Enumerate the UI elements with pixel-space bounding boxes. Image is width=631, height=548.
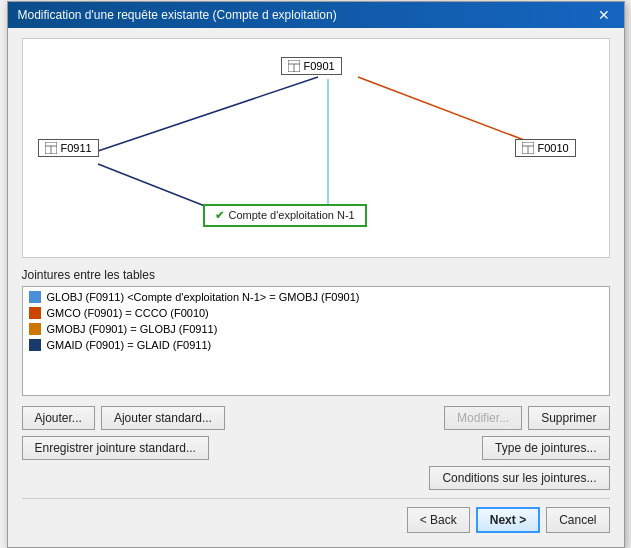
conditions-button[interactable]: Conditions sur les jointures... [429, 466, 609, 490]
table-f0911-label: F0911 [61, 142, 92, 154]
btn-left-group-1: Ajouter... Ajouter standard... [22, 406, 225, 430]
dialog: Modification d'une requête existante (Co… [7, 1, 625, 548]
svg-line-0 [98, 77, 318, 151]
join-text-3: GMAID (F0901) = GLAID (F0911) [47, 339, 212, 351]
ajouter-standard-button[interactable]: Ajouter standard... [101, 406, 225, 430]
join-color-3 [29, 339, 41, 351]
back-button[interactable]: < Back [407, 507, 470, 533]
join-item-2[interactable]: GMOBJ (F0901) = GLOBJ (F0911) [23, 321, 609, 337]
join-color-1 [29, 307, 41, 319]
btn-right-group-1: Modifier... Supprimer [444, 406, 609, 430]
join-item-1[interactable]: GMCO (F0901) = CCCO (F0010) [23, 305, 609, 321]
join-color-2 [29, 323, 41, 335]
join-text-0: GLOBJ (F0911) <Compte d'exploitation N-1… [47, 291, 360, 303]
table-icon-f0010 [522, 142, 534, 154]
checkmark-icon: ✔ [215, 209, 224, 222]
svg-rect-15 [29, 323, 41, 335]
title-text: Modification d'une requête existante (Co… [18, 8, 337, 22]
type-jointures-button[interactable]: Type de jointures... [482, 436, 609, 460]
bottom-buttons: < Back Next > Cancel [22, 498, 610, 533]
table-f0010[interactable]: F0010 [515, 139, 576, 157]
enregistrer-button[interactable]: Enregistrer jointure standard... [22, 436, 209, 460]
table-f0901-label: F0901 [304, 60, 335, 72]
table-f0901[interactable]: F0901 [281, 57, 342, 75]
joins-list[interactable]: GLOBJ (F0911) <Compte d'exploitation N-1… [22, 286, 610, 396]
buttons-row-2: Enregistrer jointure standard... Type de… [22, 436, 610, 460]
svg-rect-13 [29, 291, 41, 303]
table-icon-f0911 [45, 142, 57, 154]
svg-rect-16 [29, 339, 41, 351]
btn-left-group-2: Enregistrer jointure standard... [22, 436, 209, 460]
buttons-row-3: Conditions sur les jointures... [22, 466, 610, 490]
join-node-label: Compte d'exploitation N-1 [229, 209, 355, 221]
svg-rect-14 [29, 307, 41, 319]
cancel-button[interactable]: Cancel [546, 507, 609, 533]
close-button[interactable]: ✕ [594, 8, 614, 22]
supprimer-button[interactable]: Supprimer [528, 406, 609, 430]
title-bar: Modification d'une requête existante (Co… [8, 2, 624, 28]
buttons-row-1: Ajouter... Ajouter standard... Modifier.… [22, 406, 610, 430]
diagram-area: F0901 F0911 F0010 [22, 38, 610, 258]
join-color-0 [29, 291, 41, 303]
join-item-3[interactable]: GMAID (F0901) = GLAID (F0911) [23, 337, 609, 353]
modifier-button[interactable]: Modifier... [444, 406, 522, 430]
dialog-content: F0901 F0911 F0010 [8, 28, 624, 547]
btn-right-group-2: Type de jointures... [482, 436, 609, 460]
table-icon-f0901 [288, 60, 300, 72]
join-text-1: GMCO (F0901) = CCCO (F0010) [47, 307, 209, 319]
table-f0010-label: F0010 [538, 142, 569, 154]
ajouter-button[interactable]: Ajouter... [22, 406, 95, 430]
next-button[interactable]: Next > [476, 507, 540, 533]
joins-section-label: Jointures entre les tables [22, 268, 610, 282]
join-node[interactable]: ✔ Compte d'exploitation N-1 [203, 204, 367, 227]
join-text-2: GMOBJ (F0901) = GLOBJ (F0911) [47, 323, 218, 335]
join-item-0[interactable]: GLOBJ (F0911) <Compte d'exploitation N-1… [23, 289, 609, 305]
table-f0911[interactable]: F0911 [38, 139, 99, 157]
